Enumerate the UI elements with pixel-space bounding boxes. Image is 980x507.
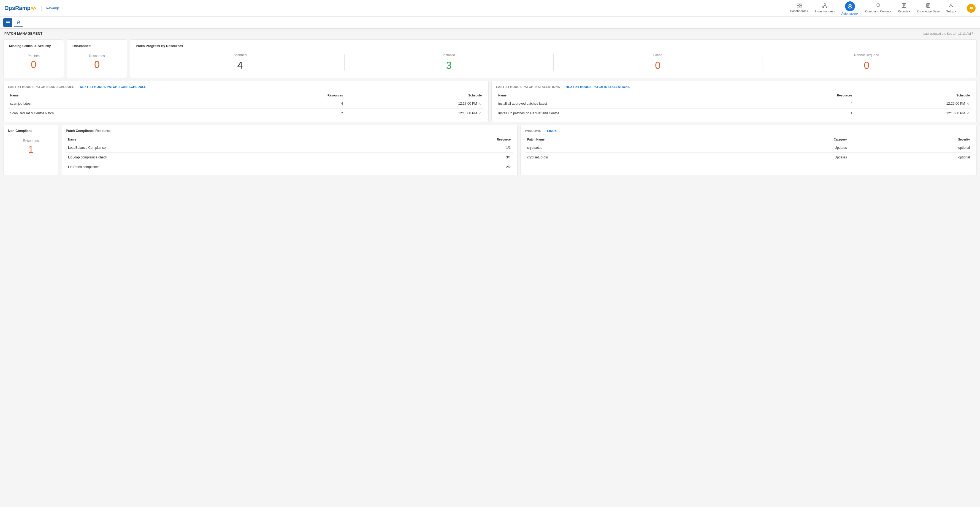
svg-point-6 (826, 6, 827, 8)
table-row: Lib Patch complaince 2/2 (66, 162, 513, 172)
scan-row2-name: Scan RedHat & Centos Patch (8, 108, 246, 118)
missing-critical-values: Patches 0 (9, 51, 58, 73)
nav-automation[interactable]: Automation ▾ (839, 0, 862, 16)
unscanned-label: Resources (89, 54, 105, 58)
scan-schedule-panel: LAST 24 HOURS PATCH SCAN SCHEDULE NEXT 2… (3, 81, 488, 122)
compliance-row2-name: LibLdap complaince check (66, 153, 381, 162)
scan-schedule-tabs: LAST 24 HOURS PATCH SCAN SCHEDULE NEXT 2… (8, 85, 484, 89)
header-divider (961, 3, 961, 13)
compliance-row3-name: Lib Patch complaince (66, 162, 381, 172)
unscanned-title: UnScanned (72, 44, 121, 48)
header: OpsRamp | Revamp Dashboards ▾ Infrastruc… (0, 0, 980, 16)
scan-tab-last[interactable]: LAST 24 HOURS PATCH SCAN SCHEDULE (8, 85, 74, 88)
install-tab-divider (563, 85, 563, 89)
logo-separator: | (40, 5, 42, 11)
scan-col-name: Name (8, 92, 246, 99)
setup-chevron: ▾ (955, 10, 956, 13)
patch-list-panel: WINDOWS LINUX Patch Name Category Severi… (520, 125, 977, 176)
svg-rect-1 (800, 3, 802, 5)
svg-rect-3 (800, 6, 802, 8)
bottom-row: Non-Compliant Resources 1 Patch Complian… (3, 125, 977, 176)
dashboards-label: Dashboards ▾ (790, 10, 808, 13)
patch-compliance-title: Patch Compliance Resource (66, 129, 513, 133)
install-tab-last[interactable]: LAST 24 HOURS PATCH INSTALLATIONS (496, 85, 560, 88)
hamburger-button[interactable] (3, 18, 12, 27)
non-compliant-title: Non-Compliant (8, 129, 54, 133)
patch-row2-name: cryptsetup-bin (525, 153, 716, 162)
nav-dashboards[interactable]: Dashboards ▾ (788, 2, 811, 14)
patch-list-table: Patch Name Category Severity cryptsetup … (525, 136, 972, 162)
patch-col-category: Category (716, 136, 849, 143)
infrastructure-label: Infrastructure ▾ (815, 10, 835, 13)
compliance-row3-resource: 2/2 (381, 162, 513, 172)
svg-rect-26 (18, 22, 20, 24)
table-row: cryptsetup Updates optional (525, 143, 972, 153)
tab-linux[interactable]: LINUX (547, 129, 557, 132)
setup-label: Setup ▾ (946, 10, 956, 13)
nav-infrastructure[interactable]: Infrastructure ▾ (812, 2, 838, 14)
patch-row1-severity: optional (849, 143, 972, 153)
scan-col-schedule: Schedule (345, 92, 484, 99)
reports-icon (902, 3, 906, 9)
svg-rect-0 (797, 3, 799, 5)
nav-reports[interactable]: Reports ▾ (895, 2, 913, 14)
progress-reboot: Reboot Requried 0 (762, 53, 971, 71)
home-button[interactable] (14, 18, 23, 27)
page-title: PATCH MANAGEMENT (5, 32, 42, 35)
non-compliant-label: Resources (23, 139, 38, 143)
patch-list-tabs: WINDOWS LINUX (525, 129, 972, 133)
svg-point-4 (824, 3, 826, 5)
table-row: Scan RedHat & Centos Patch 2 12:13:00 PM… (8, 108, 484, 118)
refresh-icon[interactable]: ↻ (972, 32, 975, 35)
sub-header (0, 16, 980, 29)
command-center-label: Command Center ▾ (865, 10, 891, 13)
command-center-icon (876, 3, 881, 9)
missing-critical-value: 0 (31, 59, 37, 70)
install-row2-resources: 1 (771, 108, 855, 118)
scan-row2-resources: 2 (246, 108, 345, 118)
compliance-row2-resource: 3/4 (381, 153, 513, 162)
installed-value: 3 (446, 60, 452, 71)
non-compliant-value: 1 (28, 144, 33, 155)
main-content: Missing Critical & Security Patches 0 Un… (0, 37, 980, 178)
svg-point-5 (822, 6, 824, 8)
nav-knowledge-base[interactable]: Knowledge Base (914, 2, 943, 14)
reboot-value: 0 (864, 60, 869, 71)
patch-row1-name: cryptsetup (525, 143, 716, 153)
patch-row2-severity: optional (849, 153, 972, 162)
install-row2-name: Install Lib patches on RedHat and Centos (496, 108, 771, 118)
compliance-col-name: Name (66, 136, 381, 143)
svg-line-8 (825, 5, 827, 6)
last-updated: Last updated on: Sep 14, 11:13 AM ↻ (924, 32, 975, 35)
install-col-resources: Resources (771, 92, 855, 99)
tab-windows[interactable]: WINDOWS (525, 129, 541, 132)
patch-install-tabs: LAST 24 HOURS PATCH INSTALLATIONS NEXT 2… (496, 85, 972, 89)
avatar[interactable]: JK (967, 4, 975, 13)
scan-tab-next[interactable]: NEXT 24 HOURS PATCH SCAN SCHEDULE (80, 85, 146, 88)
table-row: LibLdap complaince check 3/4 (66, 153, 513, 162)
revamp-label: Revamp (46, 6, 59, 10)
reports-chevron: ▾ (909, 10, 910, 13)
reports-label: Reports ▾ (898, 10, 910, 13)
nav-command-center[interactable]: Command Center ▾ (862, 2, 894, 14)
automation-label: Automation ▾ (842, 12, 859, 15)
patch-progress-title: Patch Progress By Resources (136, 44, 971, 48)
failed-label: Failed (653, 53, 662, 57)
logo-area: OpsRamp | Revamp (5, 5, 59, 11)
nav-setup[interactable]: Setup ▾ (943, 2, 959, 14)
scanned-value: 4 (237, 60, 243, 71)
install-tab-next[interactable]: NEXT 24 HOURS PATCH INSTALLATIONS (566, 85, 630, 88)
reboot-label: Reboot Requried (854, 53, 879, 57)
patch-row2-category: Updates (716, 153, 849, 162)
table-row: LoadBalance Complaince 1/1 (66, 143, 513, 153)
progress-installed: Installed 3 (345, 53, 553, 71)
logo: OpsRamp (5, 5, 37, 11)
patch-installations-panel: LAST 24 HOURS PATCH INSTALLATIONS NEXT 2… (492, 81, 977, 122)
table-row: install all approved patches latest 4 12… (496, 99, 972, 108)
knowledge-base-icon (926, 3, 931, 9)
patch-col-severity: Severity (849, 136, 972, 143)
install-row1-schedule: 12:22:00 PM ⏱ (855, 99, 972, 108)
infrastructure-icon (822, 3, 827, 9)
compliance-col-resource: Resource (381, 136, 513, 143)
logo-wave (30, 6, 37, 11)
